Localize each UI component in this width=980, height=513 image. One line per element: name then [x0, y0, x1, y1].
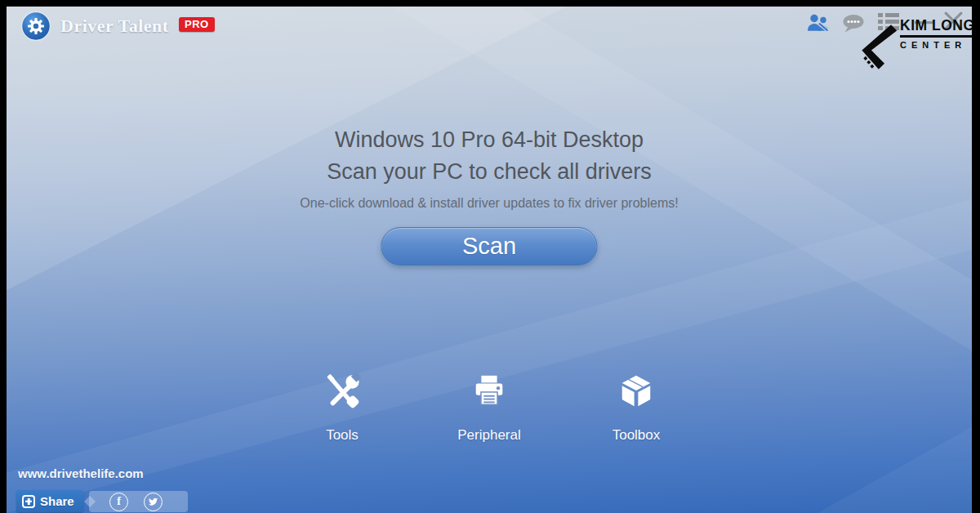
watermark-line2: CENTER	[900, 40, 972, 50]
shortcuts-row: Tools Peripheral	[310, 372, 669, 444]
twitter-bird	[148, 497, 158, 507]
scan-prompt-heading: Scan your PC to check all drivers	[7, 159, 972, 185]
kim-long-text: KIM LONG CENTER	[900, 17, 972, 72]
website-link[interactable]: www.drivethelife.com	[18, 466, 144, 480]
tools-shortcut[interactable]: Tools	[310, 372, 375, 444]
plus-icon	[22, 495, 35, 508]
hero-section: Windows 10 Pro 64-bit Desktop Scan your …	[7, 127, 972, 211]
toolbox-shortcut[interactable]: Toolbox	[604, 372, 669, 444]
scan-button[interactable]: Scan	[381, 227, 598, 265]
share-label: Share	[40, 494, 74, 508]
kim-long-center-watermark: KIM LONG CENTER	[858, 17, 972, 72]
screenshot-frame: Driver Talent PRO	[0, 0, 980, 513]
facebook-glyph: f	[117, 496, 121, 507]
share-panel-notch	[84, 496, 96, 507]
users-feedback-icon[interactable]	[805, 12, 833, 33]
peripheral-shortcut[interactable]: Peripheral	[457, 372, 522, 444]
shortcut-label: Peripheral	[457, 427, 522, 444]
app-title: Driver Talent	[60, 16, 169, 37]
facebook-icon[interactable]: f	[109, 493, 128, 511]
shortcut-label: Tools	[310, 427, 375, 444]
app-logo	[20, 11, 51, 42]
watermark-line1: KIM LONG	[900, 17, 972, 38]
hero-subtext: One-click download & install driver upda…	[7, 196, 972, 211]
os-info-heading: Windows 10 Pro 64-bit Desktop	[7, 127, 972, 153]
kim-long-swoosh-icon	[858, 23, 898, 72]
gear-icon	[20, 11, 51, 42]
pro-badge: PRO	[179, 17, 215, 32]
printer-icon	[470, 372, 508, 410]
driver-talent-window: Driver Talent PRO	[7, 7, 972, 513]
cube-box-icon	[617, 372, 655, 410]
shortcut-label: Toolbox	[604, 427, 669, 444]
wrench-screwdriver-icon	[323, 372, 361, 410]
twitter-icon[interactable]	[144, 493, 163, 511]
share-button[interactable]: Share	[16, 490, 83, 512]
share-panel: f	[89, 491, 188, 512]
